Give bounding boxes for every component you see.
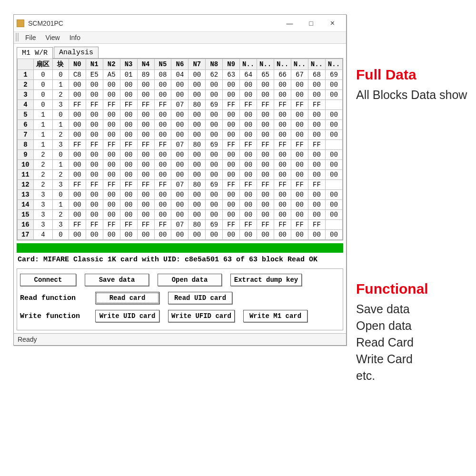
save-data-button[interactable]: Save data [85,274,149,286]
table-cell[interactable]: 00 [240,110,257,120]
row-index[interactable]: 5 [18,110,34,120]
table-cell[interactable]: FF [308,180,325,190]
table-cell[interactable]: 80 [188,180,206,190]
table-cell[interactable]: FF [223,180,240,190]
table-cell[interactable]: 00 [325,90,342,100]
column-header[interactable]: N3 [120,59,137,70]
table-cell[interactable]: 00 [188,190,206,200]
table-cell[interactable]: 00 [291,170,308,180]
table-cell[interactable]: 00 [206,170,223,180]
table-cell[interactable]: 00 [69,200,86,210]
table-cell[interactable]: 00 [120,120,137,130]
write-ufid-card-button[interactable]: Write UFID card [168,310,235,322]
table-cell[interactable]: 00 [291,200,308,210]
table-cell[interactable]: 00 [308,130,325,140]
table-cell[interactable]: 07 [171,100,188,110]
read-card-button[interactable]: Read card [95,292,159,304]
table-cell[interactable]: 00 [171,160,188,170]
table-cell[interactable]: 00 [120,90,137,100]
table-cell[interactable]: 00 [274,90,291,100]
row-index[interactable]: 7 [18,130,34,140]
table-cell[interactable]: 00 [103,150,120,160]
table-cell[interactable]: 00 [206,130,223,140]
table-cell[interactable]: 80 [188,100,206,110]
table-cell[interactable]: 00 [103,210,120,220]
table-cell[interactable]: 0 [33,100,52,110]
table-cell[interactable]: 00 [325,80,342,90]
table-cell[interactable]: 00 [240,230,257,240]
table-cell[interactable]: 00 [257,210,274,220]
table-cell[interactable]: 00 [223,210,240,220]
table-cell[interactable]: 00 [86,90,103,100]
table-cell[interactable]: FF [86,140,103,150]
table-cell[interactable]: 00 [154,190,171,200]
table-cell[interactable]: 00 [274,80,291,90]
table-cell[interactable]: 00 [188,80,206,90]
table-cell[interactable]: 00 [257,160,274,170]
table-cell[interactable]: 00 [291,130,308,140]
row-index[interactable]: 12 [18,180,34,190]
table-cell[interactable]: 00 [120,150,137,160]
column-header[interactable]: N.. [291,59,308,70]
table-cell[interactable]: 00 [137,120,154,130]
table-row[interactable]: 133000000000000000000000000000000000 [18,190,343,200]
table-cell[interactable]: FF [86,220,103,230]
write-m1-card-button[interactable]: Write M1 card [243,310,307,322]
table-cell[interactable]: 00 [206,200,223,210]
table-cell[interactable]: FF [137,140,154,150]
table-cell[interactable]: 00 [240,150,257,160]
table-cell[interactable]: FF [308,220,325,230]
table-row[interactable]: 20100000000000000000000000000000000 [18,80,343,90]
column-header[interactable]: N.. [308,59,325,70]
table-cell[interactable]: 00 [120,160,137,170]
table-cell[interactable]: 69 [206,100,223,110]
connect-button[interactable]: Connect [20,274,76,286]
table-cell[interactable]: 00 [223,230,240,240]
table-cell[interactable]: 00 [86,170,103,180]
table-cell[interactable]: 00 [188,210,206,220]
row-index[interactable]: 15 [18,210,34,220]
table-cell[interactable]: 00 [325,160,342,170]
table-cell[interactable]: FF [240,220,257,230]
table-cell[interactable]: 00 [291,80,308,90]
table-cell[interactable]: 00 [240,130,257,140]
table-cell[interactable]: 2 [33,150,52,160]
table-cell[interactable]: 2 [53,130,69,140]
write-uid-card-button[interactable]: Write UID card [95,310,159,322]
table-cell[interactable]: 00 [171,150,188,160]
table-cell[interactable]: 00 [171,210,188,220]
table-cell[interactable]: FF [223,100,240,110]
table-cell[interactable]: 00 [223,160,240,170]
table-cell[interactable]: 0 [53,70,69,80]
table-cell[interactable]: 3 [53,180,69,190]
table-cell[interactable]: 00 [308,80,325,90]
table-cell[interactable]: 0 [33,90,52,100]
table-cell[interactable]: FF [291,220,308,230]
table-cell[interactable]: 00 [137,90,154,100]
table-cell[interactable]: 04 [171,70,188,80]
row-index[interactable]: 2 [18,80,34,90]
table-cell[interactable]: 00 [120,110,137,120]
table-cell[interactable]: 00 [86,110,103,120]
table-cell[interactable]: 00 [291,120,308,130]
table-cell[interactable]: FF [154,100,171,110]
column-header[interactable]: N5 [154,59,171,70]
table-cell[interactable]: 62 [206,70,223,80]
table-cell[interactable] [325,100,342,110]
table-cell[interactable]: 00 [223,200,240,210]
table-cell[interactable]: 00 [86,150,103,160]
table-cell[interactable]: 0 [33,80,52,90]
table-cell[interactable] [325,220,342,230]
table-cell[interactable]: 00 [120,170,137,180]
table-cell[interactable]: 00 [103,200,120,210]
table-cell[interactable]: FF [137,220,154,230]
table-cell[interactable]: 00 [206,120,223,130]
table-cell[interactable]: 00 [206,110,223,120]
table-cell[interactable]: 00 [103,90,120,100]
table-cell[interactable]: 00 [171,80,188,90]
row-index[interactable]: 4 [18,100,34,110]
table-cell[interactable]: 00 [291,90,308,100]
table-cell[interactable]: 00 [274,120,291,130]
table-cell[interactable]: 08 [154,70,171,80]
table-cell[interactable]: 2 [33,180,52,190]
